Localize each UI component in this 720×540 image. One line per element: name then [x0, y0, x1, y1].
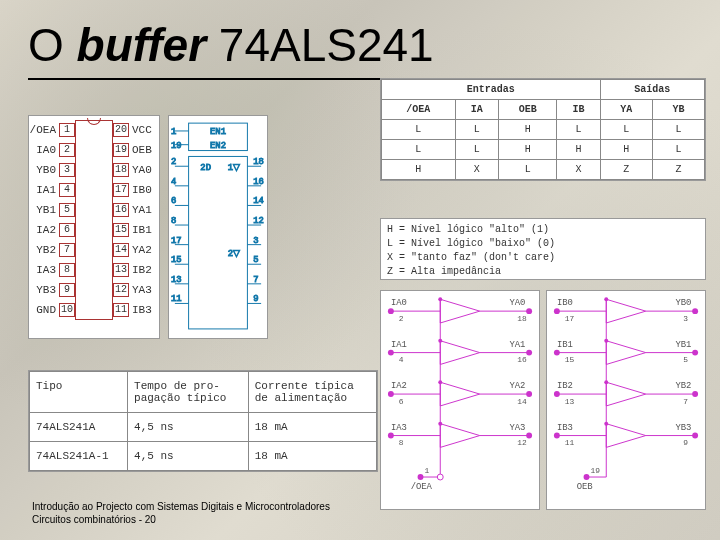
- logic-legend: H = Nível lógico "alto" (1) L = Nível ló…: [380, 218, 706, 280]
- svg-point-85: [418, 474, 424, 480]
- chip-pin-row: YB3912YA3: [29, 280, 159, 300]
- svg-text:YA2: YA2: [509, 381, 525, 391]
- pin-number: 4: [59, 183, 75, 197]
- svg-text:12: 12: [253, 216, 264, 226]
- svg-point-84: [437, 474, 443, 480]
- tt-col: IA: [455, 100, 498, 120]
- svg-text:11: 11: [171, 294, 182, 304]
- svg-text:IB1: IB1: [557, 340, 573, 350]
- specs-cell: 4,5 ns: [128, 413, 249, 442]
- tt-cell: L: [652, 120, 704, 140]
- footer-line: Circuitos combinatórios - 20: [32, 513, 330, 526]
- pin-label: VCC: [129, 124, 159, 136]
- tt-cell: L: [600, 120, 652, 140]
- pin-number: 19: [113, 143, 129, 157]
- tt-cell: L: [557, 120, 600, 140]
- specs-table: Tipo Tempo de pro- pagação típico Corren…: [28, 370, 378, 472]
- pin-number: 15: [113, 223, 129, 237]
- tt-cell: L: [498, 160, 556, 180]
- svg-point-102: [692, 350, 698, 356]
- slide-title: O buffer 74ALS241: [0, 0, 720, 78]
- chip-pin-row: YB0318YA0: [29, 160, 159, 180]
- pin-label: YA0: [129, 164, 159, 176]
- svg-text:19: 19: [171, 141, 182, 151]
- svg-point-111: [554, 391, 560, 397]
- pin-label: /OEA: [29, 124, 59, 136]
- pin-label: IA2: [29, 224, 59, 236]
- svg-point-56: [388, 350, 394, 356]
- pin-label: OEB: [129, 144, 159, 156]
- buffer-group-b-diagram: IB0YB0173IB1YB1155IB2YB2137IB3YB3119OEB1…: [546, 290, 706, 510]
- pin-label: YA2: [129, 244, 159, 256]
- svg-point-129: [584, 474, 590, 480]
- ieee-symbol-diagram: 1 19 EN1 EN2 2D 1▽ 2▽ 218416614812173155…: [168, 115, 268, 339]
- pin-number: 5: [59, 203, 75, 217]
- chip-pin-row: YB2714YA2: [29, 240, 159, 260]
- svg-text:OEB: OEB: [577, 482, 593, 492]
- title-italic: buffer: [77, 19, 207, 71]
- tt-header-outputs: Saídas: [600, 80, 704, 100]
- tt-cell: H: [557, 140, 600, 160]
- svg-text:IA2: IA2: [391, 381, 407, 391]
- svg-text:9: 9: [253, 294, 258, 304]
- svg-point-112: [692, 391, 698, 397]
- tt-cell: X: [455, 160, 498, 180]
- svg-text:5: 5: [253, 255, 258, 265]
- svg-text:1▽: 1▽: [228, 163, 240, 173]
- footer-line: Introdução ao Projecto com Sistemas Digi…: [32, 500, 330, 513]
- tt-col: OEB: [498, 100, 556, 120]
- pin-label: GND: [29, 304, 59, 316]
- tt-row: LLHHHL: [382, 140, 705, 160]
- svg-text:18: 18: [517, 314, 527, 323]
- tt-cell: L: [382, 120, 456, 140]
- pin-label: YA1: [129, 204, 159, 216]
- svg-point-46: [388, 308, 394, 314]
- specs-row: 74ALS241A4,5 ns18 mA: [30, 413, 377, 442]
- svg-text:YB3: YB3: [675, 423, 691, 433]
- truth-table: Entradas Saídas /OEAIAOEBIBYAYB LLHLLLLL…: [380, 78, 706, 181]
- legend-line: Z = Alta impedância: [387, 265, 699, 279]
- pin-number: 9: [59, 283, 75, 297]
- svg-text:YA1: YA1: [509, 340, 525, 350]
- svg-text:2: 2: [171, 157, 176, 167]
- pin-number: 12: [113, 283, 129, 297]
- svg-text:YB0: YB0: [675, 298, 691, 308]
- buffer-group-a-diagram: IA0YA0218IA1YA1416IA2YA2614IA3YA3812/OEA…: [380, 290, 540, 510]
- tt-cell: H: [600, 140, 652, 160]
- svg-point-47: [526, 308, 532, 314]
- svg-rect-7: [189, 156, 248, 328]
- svg-text:IB3: IB3: [557, 423, 573, 433]
- svg-text:IB2: IB2: [557, 381, 573, 391]
- pin-number: 2: [59, 143, 75, 157]
- svg-text:YB2: YB2: [675, 381, 691, 391]
- tt-cell: Z: [652, 160, 704, 180]
- legend-line: X = "tanto faz" (don't care): [387, 251, 699, 265]
- svg-text:2▽: 2▽: [228, 249, 240, 259]
- svg-text:YA0: YA0: [509, 298, 525, 308]
- svg-text:14: 14: [253, 196, 264, 206]
- svg-text:1: 1: [171, 127, 176, 137]
- pin-label: IA0: [29, 144, 59, 156]
- svg-point-121: [554, 433, 560, 439]
- svg-text:4: 4: [399, 355, 404, 364]
- pin-label: YB0: [29, 164, 59, 176]
- svg-text:9: 9: [683, 438, 688, 447]
- svg-point-91: [554, 308, 560, 314]
- chip-pin-row: IA2615IB1: [29, 220, 159, 240]
- tt-cell: H: [498, 120, 556, 140]
- svg-point-92: [692, 308, 698, 314]
- tt-row: LLHLLL: [382, 120, 705, 140]
- pin-number: 6: [59, 223, 75, 237]
- pin-label: IB0: [129, 184, 159, 196]
- pin-label: YB1: [29, 204, 59, 216]
- pin-number: 11: [113, 303, 129, 317]
- svg-text:1: 1: [424, 466, 429, 475]
- tt-header-inputs: Entradas: [382, 80, 601, 100]
- svg-text:11: 11: [565, 438, 575, 447]
- pin-number: 1: [59, 123, 75, 137]
- chip-pin-row: IA1417IB0: [29, 180, 159, 200]
- pin-number: 3: [59, 163, 75, 177]
- svg-text:/OEA: /OEA: [411, 482, 433, 492]
- tt-cell: Z: [600, 160, 652, 180]
- svg-text:6: 6: [399, 397, 404, 406]
